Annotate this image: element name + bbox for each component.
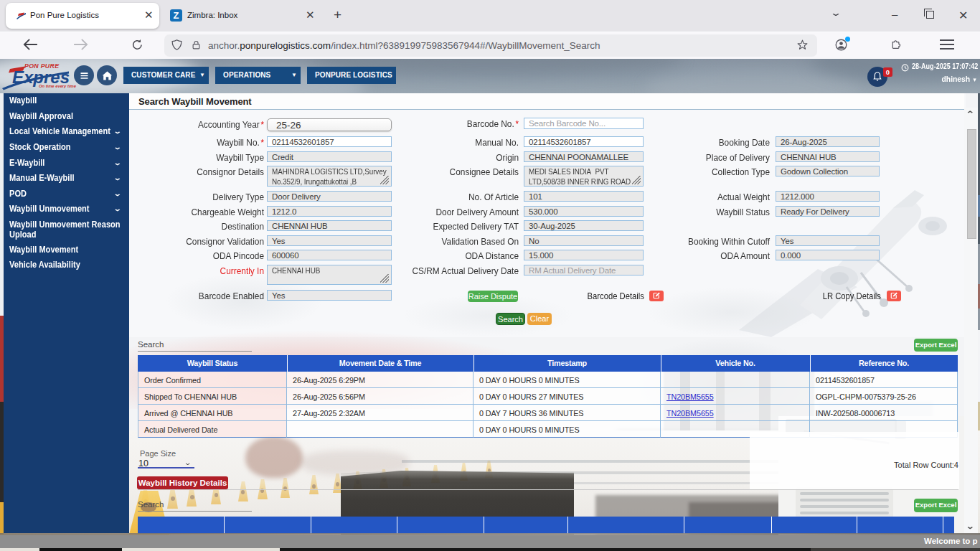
svg-text:On time every time: On time every time	[39, 84, 77, 88]
